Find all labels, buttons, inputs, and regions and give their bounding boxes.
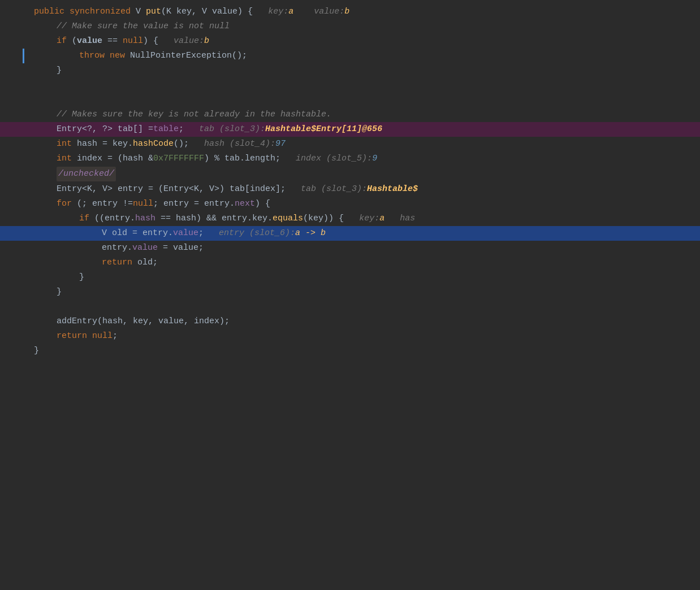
comment: // Make sure the value is not null xyxy=(57,20,230,33)
code-text: V old = entry. xyxy=(102,227,173,240)
field: next xyxy=(235,197,255,211)
debug-hint: entry (slot_6): xyxy=(204,227,295,240)
method-name: put xyxy=(146,5,161,19)
debug-hint: tab (slot_3): xyxy=(184,123,265,136)
code-text: } xyxy=(57,285,62,299)
code-text: ) % tab.length; xyxy=(204,152,280,166)
code-text: index = (hash & xyxy=(72,152,153,166)
code-text: Entry<K, V> entry = (Entry<K, V>) tab[in… xyxy=(57,183,286,196)
keyword: synchronized xyxy=(70,5,131,19)
code-text: = value; xyxy=(158,241,204,255)
code-text xyxy=(64,5,70,19)
code-viewer: public synchronized V put (K key, V valu… xyxy=(0,0,700,363)
code-text: ( xyxy=(67,34,77,48)
annotation: /unchecked/ xyxy=(57,167,116,181)
hex-value: 0x7FFFFFFF xyxy=(153,152,204,166)
keyword: int xyxy=(57,152,72,166)
field: table xyxy=(153,123,179,136)
debug-value-orange: Hashtable$Entry[11]@656 xyxy=(265,123,382,136)
debug-value: a xyxy=(379,212,384,225)
debug-hint: value: xyxy=(158,34,204,48)
debug-hint: tab (slot_3): xyxy=(286,183,367,196)
method-name: hashCode xyxy=(133,137,174,151)
debug-value-num: 9 xyxy=(372,152,377,166)
code-text: (key)) { xyxy=(303,212,344,225)
code-line: return null ; xyxy=(0,329,700,344)
method-name: equals xyxy=(273,212,303,225)
debug-value-num: 97 xyxy=(275,137,286,151)
debug-hint: has xyxy=(384,212,415,225)
code-text: hash = key. xyxy=(72,137,133,151)
comment: // Makes sure the key is not already in … xyxy=(57,108,331,122)
code-line: } xyxy=(0,344,700,358)
code-line-highlighted-red: Entry<?, ?> tab[] = table ; tab (slot_3)… xyxy=(0,122,700,137)
code-text: NullPointerException(); xyxy=(125,49,247,63)
code-text xyxy=(105,49,110,63)
field: value xyxy=(173,227,198,240)
code-line: // Make sure the value is not null xyxy=(0,19,700,34)
keyword: return xyxy=(57,329,87,343)
code-text: } xyxy=(57,64,62,77)
code-line: return old; xyxy=(0,255,700,270)
debug-value: b xyxy=(204,34,209,48)
keyword: if xyxy=(79,212,89,225)
code-text: == xyxy=(102,34,123,48)
keyword: for xyxy=(57,197,72,211)
code-text: addEntry(hash, key, value, index); xyxy=(57,315,230,328)
code-text: ; entry = entry. xyxy=(153,197,235,211)
code-line: int hash = key. hashCode (); hash (slot_… xyxy=(0,137,700,151)
code-line: public synchronized V put (K key, V valu… xyxy=(0,5,700,19)
code-line: for (; entry != null ; entry = entry. ne… xyxy=(0,197,700,211)
code-line: } xyxy=(0,285,700,300)
code-line-highlighted-blue: V old = entry. value ; entry (slot_6): a… xyxy=(0,226,700,241)
keyword: return xyxy=(102,256,132,270)
code-text: (; entry != xyxy=(72,197,133,211)
code-line: int index = (hash & 0x7FFFFFFF ) % tab.l… xyxy=(0,151,700,166)
code-text: old; xyxy=(132,256,158,270)
code-text: Entry<?, ?> tab[] = xyxy=(57,123,153,136)
code-text: value xyxy=(77,34,102,48)
keyword: public xyxy=(34,5,64,19)
keyword: int xyxy=(57,137,72,151)
field: hash xyxy=(135,212,155,225)
debug-hint: key: xyxy=(253,5,288,19)
code-line: if ((entry. hash == hash) && entry.key. … xyxy=(0,211,700,226)
code-line: entry. value = value; xyxy=(0,241,700,255)
debug-hint: key: xyxy=(344,212,379,225)
code-line: /unchecked/ xyxy=(0,166,700,182)
code-line-empty xyxy=(0,78,700,93)
code-line-empty xyxy=(0,93,700,107)
code-text: (); xyxy=(174,137,189,151)
code-line: // Makes sure the key is not already in … xyxy=(0,107,700,122)
code-text: } xyxy=(79,271,84,284)
code-line: } xyxy=(0,63,700,78)
debug-value: b xyxy=(344,5,349,19)
keyword: null xyxy=(123,34,143,48)
code-text: (K key, V value) { xyxy=(161,5,253,19)
code-text xyxy=(87,329,92,343)
keyword: null xyxy=(133,197,153,211)
code-line-empty xyxy=(0,300,700,314)
debug-value: a -> b xyxy=(295,227,326,240)
debug-value: a xyxy=(288,5,293,19)
code-line: throw new NullPointerException(); xyxy=(0,49,700,63)
code-line: addEntry(hash, key, value, index); xyxy=(0,314,700,329)
code-text: } xyxy=(34,344,39,358)
code-text: ) { xyxy=(255,197,270,211)
code-text: == hash) && entry.key. xyxy=(155,212,273,225)
debug-hint: value: xyxy=(293,5,344,19)
code-text: ) { xyxy=(143,34,158,48)
code-text: ; xyxy=(179,123,184,136)
keyword: if xyxy=(57,34,67,48)
keyword: throw xyxy=(79,49,105,63)
code-text: entry. xyxy=(102,241,132,255)
code-line: Entry<K, V> entry = (Entry<K, V>) tab[in… xyxy=(0,182,700,197)
code-line: if ( value == null ) { value: b xyxy=(0,34,700,49)
keyword: null xyxy=(92,329,113,343)
code-text: ; xyxy=(113,329,118,343)
code-line: } xyxy=(0,270,700,285)
debug-value-orange: Hashtable$ xyxy=(367,183,418,196)
code-text: ((entry. xyxy=(89,212,135,225)
field: value xyxy=(132,241,158,255)
keyword: new xyxy=(110,49,125,63)
